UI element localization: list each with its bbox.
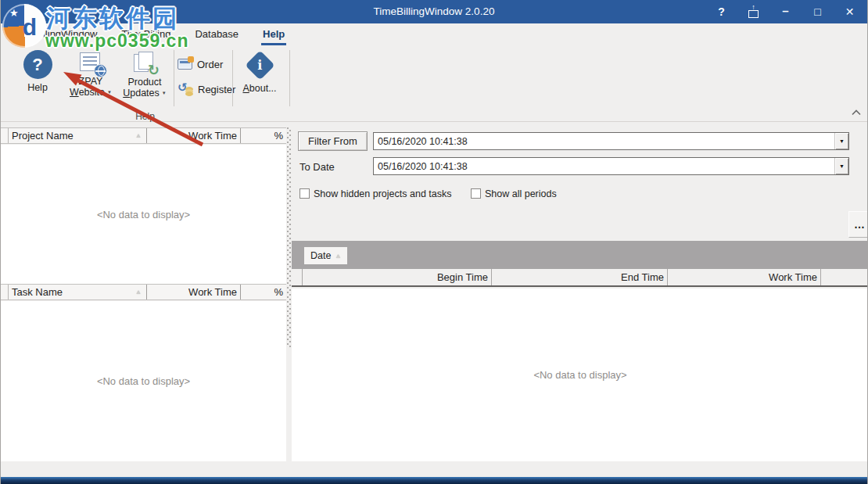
more-options-button[interactable]: … [848,211,868,238]
sort-ascending-icon: ▲ [135,132,142,139]
application-window: TimeBillingWindow 2.0.20 ? ↑ – □ ✕ TimeB… [0,0,868,484]
column-header-percent[interactable]: % [241,128,286,143]
product-updates-button[interactable]: ↻ Product Updates▼ [117,50,172,99]
register-coins-icon: ↺ [178,83,193,96]
titlebar-help-button[interactable]: ? [705,0,737,23]
column-header-project-name[interactable]: Project Name ▲ [9,128,147,143]
zpay-website-button[interactable]: ZPAY Website▼ [65,50,117,98]
info-diamond-icon: i [245,50,274,80]
column-header-begin-time[interactable]: Begin Time [303,269,492,285]
about-label: About... [242,83,276,94]
ribbon-display-options-button[interactable]: ↑ [737,0,769,23]
product-updates-label: Product Updates▼ [123,77,167,99]
empty-text: <No data to display> [97,375,190,387]
group-field-date-chip[interactable]: Date ▲ [304,247,347,264]
ribbon-group-label: Help [1,111,289,122]
ribbon-separator [289,50,290,106]
filter-from-date-value: 05/16/2020 10:41:38 [374,136,834,147]
dropdown-arrow-icon: ▼ [839,163,845,169]
group-by-bar: Date ▲ [292,241,868,269]
show-all-periods-label[interactable]: Show all periods [485,188,557,199]
row-indicator-column [292,269,303,285]
column-header-end-time[interactable]: End Time [492,269,668,285]
register-label: Register [198,84,235,95]
close-button[interactable]: ✕ [834,0,866,23]
maximize-button[interactable]: □ [802,0,834,23]
column-header-task-name[interactable]: Task Name ▲ [9,285,147,299]
sort-ascending-icon: ▲ [135,289,142,296]
dropdown-arrow-icon: ▼ [839,138,845,144]
column-header-percent[interactable]: % [241,285,286,299]
order-label: Order [197,59,223,70]
filter-from-date-combo[interactable]: 05/16/2020 10:41:38 ▼ [373,132,849,150]
column-header-work-time[interactable]: Work Time [668,269,821,285]
help-button-label: Help [27,82,48,93]
column-header-work-time[interactable]: Work Time [147,285,241,299]
show-hidden-checkbox[interactable] [299,188,310,199]
project-table-header: Project Name ▲ Work Time % [1,127,286,144]
show-all-periods-checkbox[interactable] [471,188,481,199]
task-table-header: Task Name ▲ Work Time % [1,284,286,300]
to-date-value: 05/16/2020 10:41:38 [374,161,834,172]
ribbon: ? Help ZPAY Website▼ ↻ Product Updates▼ [1,45,867,122]
row-indicator-column [1,285,9,299]
question-icon: ? [718,5,725,18]
tab-database[interactable]: Database [193,23,240,45]
dropdown-arrow-button[interactable]: ▼ [834,158,848,174]
column-header-filler [821,269,868,285]
entries-table-header: Begin Time End Time Work Time [292,269,868,287]
collapse-ribbon-button[interactable] [850,108,863,117]
help-question-icon: ? [23,50,52,79]
show-hidden-label[interactable]: Show hidden projects and tasks [314,188,452,199]
star-icon: ★ [9,7,19,19]
documents-refresh-icon: ↻ [132,52,157,73]
watermark-site-url: www.pc0359.cn [45,30,188,52]
zpay-website-label: ZPAY Website▼ [70,76,112,98]
globe-icon [94,64,107,77]
ribbon-separator [232,50,233,106]
tab-help[interactable]: Help [261,23,286,45]
refresh-icon: ↻ [148,63,160,77]
help-button[interactable]: ? Help [15,50,60,93]
website-document-globe-icon [80,52,102,73]
to-date-label: To Date [299,161,335,173]
minimize-button[interactable]: – [769,0,802,23]
minimize-icon: – [782,4,788,17]
status-bar [1,477,868,484]
watermark-logo-letter: d [23,14,37,41]
dropdown-caret-icon: ▼ [162,91,167,95]
empty-text: <No data to display> [97,209,190,220]
ribbon-pin-icon: ↑ [748,10,759,18]
dropdown-caret-icon: ▼ [107,90,112,95]
empty-text: <No data to display> [533,369,626,381]
maximize-icon: □ [814,5,820,18]
column-header-work-time[interactable]: Work Time [147,128,241,143]
about-button[interactable]: i About... [235,50,284,94]
panel-splitter[interactable] [287,127,291,348]
register-button[interactable]: ↺ Register [178,81,235,98]
close-icon: ✕ [845,5,855,18]
entries-empty-area: <No data to display> [292,289,868,461]
order-button[interactable]: Order [178,56,223,73]
project-list-empty-area: <No data to display> [1,145,286,284]
to-date-combo[interactable]: 05/16/2020 10:41:38 ▼ [373,157,849,175]
ribbon-separator [174,50,174,106]
sort-ascending-icon: ▲ [335,253,341,260]
task-list-empty-area: <No data to display> [1,301,286,461]
row-indicator-column [1,128,9,143]
dropdown-arrow-button[interactable]: ▼ [834,133,848,149]
chevron-up-icon [852,109,861,116]
watermark-logo: ★ d [2,4,46,48]
order-card-icon [178,59,192,70]
window-controls: ? ↑ – □ ✕ [705,0,866,23]
filter-from-button[interactable]: Filter From [298,131,368,151]
